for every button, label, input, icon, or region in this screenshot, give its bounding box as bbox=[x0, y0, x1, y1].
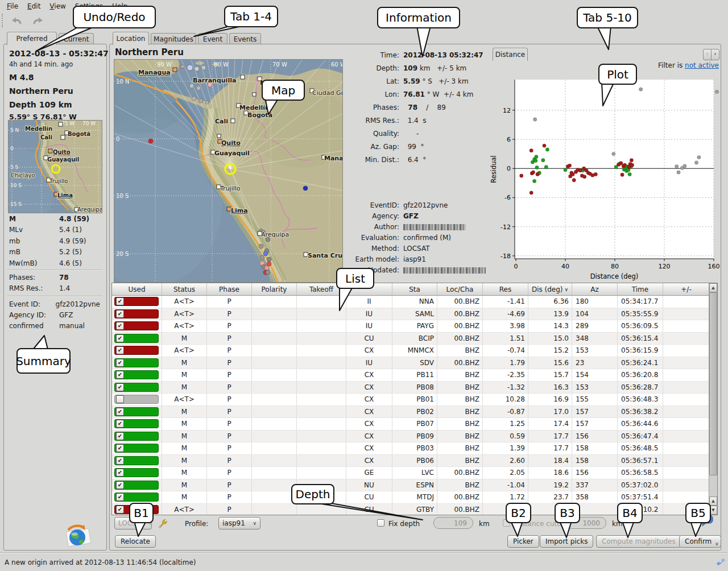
tab-current[interactable]: Current bbox=[59, 33, 94, 45]
used-checkbox[interactable]: ✔ bbox=[116, 469, 124, 477]
scrollbar-thumb[interactable] bbox=[709, 292, 717, 475]
used-checkbox[interactable]: ✔ bbox=[116, 322, 124, 330]
used-cell[interactable]: ✔ bbox=[112, 333, 162, 345]
used-cell[interactable]: ✔ bbox=[112, 418, 162, 430]
table-row[interactable]: ✔A<T>PIUPAYG00.BHZ3.9814.328905:36:09.5 bbox=[112, 320, 717, 333]
used-cell[interactable]: ✔ bbox=[112, 296, 162, 308]
relocate-button[interactable]: Relocate bbox=[115, 535, 156, 548]
magnitude-row[interactable]: MLv5.4 (1) bbox=[9, 226, 100, 234]
scroll-up2-icon[interactable]: ▲ bbox=[709, 496, 717, 506]
column-header-+/-[interactable]: +/- bbox=[663, 283, 710, 295]
table-row[interactable]: ✔MPCXPB06BHZ2.6018.415805:36:57.1 bbox=[112, 455, 717, 467]
table-row[interactable]: ✔MPGELVC00.BHZ2.0518.615605:36:58.5 bbox=[112, 467, 717, 479]
used-checkbox[interactable]: ✔ bbox=[116, 383, 124, 391]
used-cell[interactable]: ✔ bbox=[112, 442, 162, 454]
table-row[interactable]: ✔MPCXPB02BHZ-0.8717.015705:36:38.2 bbox=[112, 406, 717, 419]
tab-events[interactable]: Events bbox=[229, 33, 261, 45]
used-checkbox[interactable]: ✔ bbox=[116, 457, 124, 465]
magnitude-row[interactable]: Mw(mB)4.6 (5) bbox=[9, 259, 100, 267]
summary-map[interactable]: 5 N05 S10 S15 S75 W70 W MedellínBogotáCa… bbox=[8, 120, 102, 213]
toolbar-handle[interactable] bbox=[2, 14, 3, 27]
used-cell[interactable]: ✔ bbox=[112, 455, 162, 467]
residual-plot[interactable]: -18-12-6061204080120160Distance (deg)Res… bbox=[490, 72, 721, 283]
scroll-up-icon[interactable]: ▲ bbox=[709, 283, 717, 292]
used-cell[interactable]: ✔ bbox=[112, 357, 162, 369]
used-cell[interactable]: ✔ bbox=[112, 467, 162, 479]
used-cell[interactable]: ✔ bbox=[112, 479, 162, 491]
tab-magnitudes[interactable]: Magnitudes bbox=[151, 33, 196, 45]
filter-toggle-link[interactable]: not active bbox=[685, 61, 719, 69]
used-cell[interactable]: ✔ bbox=[112, 431, 162, 442]
magnitude-row[interactable]: mB5.2 (5) bbox=[9, 248, 100, 256]
table-row[interactable]: ✔A<T>PIINNA00.BHZ-1.416.3618005:34:17.7 bbox=[112, 296, 717, 308]
used-checkbox[interactable]: ✔ bbox=[116, 481, 124, 489]
used-cell[interactable]: ✔ bbox=[112, 406, 162, 418]
menu-edit[interactable]: Edit bbox=[23, 1, 45, 11]
column-header-Az[interactable]: Az bbox=[572, 283, 618, 295]
table-row[interactable]: ✔A<T>PIUSAML00.BHZ-4.6913.910405:35:55.9 bbox=[112, 308, 717, 321]
used-cell[interactable]: ✔ bbox=[112, 345, 162, 357]
table-scrollbar[interactable]: ▲ ▲ ▼ bbox=[709, 283, 717, 515]
used-checkbox[interactable]: ✔ bbox=[116, 493, 124, 501]
used-checkbox[interactable]: ✔ bbox=[116, 444, 124, 452]
column-header-Phase[interactable]: Phase bbox=[207, 283, 252, 295]
used-checkbox[interactable]: ✔ bbox=[116, 371, 124, 379]
column-header-Time[interactable]: Time bbox=[618, 283, 663, 295]
used-cell[interactable]: ✔ bbox=[112, 382, 162, 394]
tab-location[interactable]: Location bbox=[113, 32, 149, 45]
menu-file[interactable]: File bbox=[2, 1, 23, 11]
used-cell[interactable]: ✔ bbox=[112, 308, 162, 320]
undo-icon[interactable] bbox=[10, 15, 25, 27]
import-picks-button[interactable]: Import picks bbox=[540, 535, 593, 548]
used-checkbox[interactable]: ✔ bbox=[116, 506, 124, 514]
used-checkbox[interactable]: ✔ bbox=[116, 420, 124, 428]
depth-input[interactable]: 109 bbox=[433, 517, 473, 529]
table-row[interactable]: ✔MPIUSDV00.BHZ1.7915.62305:36:24.1 bbox=[112, 357, 717, 370]
fix-depth-checkbox[interactable] bbox=[377, 519, 384, 527]
used-cell[interactable] bbox=[112, 394, 162, 406]
tab-event[interactable]: Event bbox=[198, 33, 228, 45]
table-row[interactable]: ✔MPCXPB07BHZ1.2517.415705:36:44.6 bbox=[112, 418, 717, 431]
plot-tab-distance[interactable]: Distance bbox=[493, 48, 528, 61]
table-row[interactable]: ✔A<T>PCXMNMCXBHZ-0.7415.215305:36:15.9 bbox=[112, 345, 717, 357]
column-header-Used[interactable]: Used bbox=[112, 283, 162, 295]
column-header-Status[interactable]: Status bbox=[162, 283, 207, 295]
column-header-Polarity[interactable]: Polarity bbox=[252, 283, 297, 295]
magnitude-row[interactable]: M4.8 (59) bbox=[9, 215, 100, 223]
table-row[interactable]: ✔MPCXPB08BHZ-1.3216.315305:36:28.7 bbox=[112, 382, 717, 394]
profile-select[interactable]: iasp91∨ bbox=[218, 517, 260, 529]
magnitude-row[interactable]: mb4.9 (59) bbox=[9, 237, 100, 245]
column-header-Dis (deg)[interactable]: Dis (deg)∨ bbox=[528, 283, 572, 295]
used-checkbox[interactable]: ✔ bbox=[116, 310, 124, 318]
table-row[interactable]: ✔MPCUMTDJ00.BHZ1.7223.735805:37:51.4 bbox=[112, 491, 717, 504]
used-checkbox[interactable]: ✔ bbox=[116, 334, 124, 342]
confirm-dropdown-icon[interactable]: ∨ bbox=[715, 541, 718, 547]
menu-view[interactable]: View bbox=[45, 1, 70, 11]
used-checkbox[interactable]: ✔ bbox=[116, 346, 124, 354]
confirm-button[interactable]: Confirm ∨ bbox=[679, 535, 721, 548]
used-checkbox[interactable]: ✔ bbox=[116, 408, 124, 416]
tab-scroll-right-button[interactable]: › bbox=[711, 49, 719, 60]
location-map[interactable]: 90 W80 W70 W60 W10 N010 S20 S ManaguaBar… bbox=[114, 59, 343, 283]
used-checkbox[interactable] bbox=[116, 395, 124, 403]
table-row[interactable]: A<T>PCXPB01BHZ10.2816.915505:36:48.3 bbox=[112, 394, 717, 406]
column-header-Sta[interactable]: Sta bbox=[392, 283, 437, 295]
used-cell[interactable]: ✔ bbox=[112, 369, 162, 381]
table-row[interactable]: ✔MPCXPB09BHZ0.5917.715605:36:47.4 bbox=[112, 431, 717, 443]
used-checkbox[interactable]: ✔ bbox=[116, 359, 124, 367]
used-cell[interactable]: ✔ bbox=[112, 491, 162, 503]
table-row[interactable]: ✔MPNUESPNBHZ-1.0419.233705:37:02.0 bbox=[112, 479, 717, 492]
used-cell[interactable]: ✔ bbox=[112, 320, 162, 332]
picker-button[interactable]: Picker bbox=[507, 535, 539, 548]
tab-scroll-left-button[interactable]: ‹ bbox=[703, 49, 712, 60]
used-checkbox[interactable]: ✔ bbox=[116, 297, 124, 305]
redo-icon[interactable] bbox=[30, 15, 44, 27]
column-header-Loc/Cha[interactable]: Loc/Cha bbox=[437, 283, 483, 295]
table-row[interactable]: ✔MPCUBCIP00.BHZ1.5115.034805:36:15.4 bbox=[112, 333, 717, 345]
table-row[interactable]: ✔MPCXPB03BHZ1.3917.715805:36:48.5 bbox=[112, 442, 717, 455]
tab-preferred[interactable]: Preferred bbox=[7, 32, 57, 45]
used-checkbox[interactable]: ✔ bbox=[116, 432, 124, 440]
compute-magnitudes-button[interactable]: Compute magnitudes bbox=[596, 535, 681, 548]
column-header-Res[interactable]: Res bbox=[483, 283, 528, 295]
table-row[interactable]: ✔MPCXPB11BHZ-2.3515.715405:36:20.8 bbox=[112, 369, 717, 382]
